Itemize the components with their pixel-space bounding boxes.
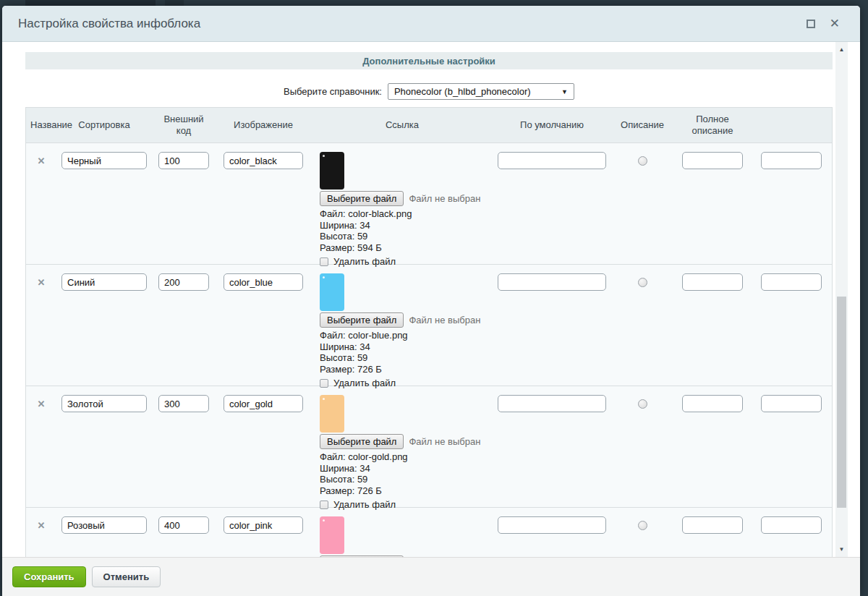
code-cell — [216, 265, 311, 388]
link-input[interactable] — [498, 395, 606, 412]
column-header: Сортировка — [56, 116, 152, 134]
maximize-icon[interactable] — [807, 20, 815, 28]
choose-file-button[interactable]: Выберите файл — [320, 434, 404, 449]
camera-dot-icon — [323, 398, 325, 400]
file-info: Файл: color-black.png Ширина: 34 Высота:… — [320, 208, 412, 253]
full-description-input[interactable] — [761, 273, 822, 291]
image-swatch — [320, 516, 344, 554]
dialog-titlebar: Настройка свойства инфоблока ✕ — [2, 6, 860, 42]
name-cell — [56, 265, 152, 388]
description-input[interactable] — [682, 273, 743, 291]
dialog-title: Настройка свойства инфоблока — [18, 17, 807, 31]
description-cell — [674, 143, 751, 267]
column-header: Полное описание — [674, 111, 751, 140]
no-file-label: Файл не выбран — [409, 193, 480, 204]
sort-input[interactable] — [158, 395, 209, 412]
sort-input[interactable] — [158, 273, 209, 291]
code-input[interactable] — [224, 395, 303, 412]
link-input[interactable] — [498, 273, 606, 291]
sort-cell — [152, 508, 216, 557]
file-size-line: Размер: 594 Б — [320, 242, 412, 254]
code-cell — [216, 386, 311, 510]
delete-row-icon[interactable]: ✕ — [38, 520, 46, 531]
file-name-line: Файл: color-gold.png — [320, 451, 408, 463]
file-input-row: Выберите файл Файл не выбран — [320, 434, 480, 449]
delete-row-cell: ✕ — [26, 508, 56, 557]
default-cell — [610, 265, 674, 388]
delete-row-icon[interactable]: ✕ — [38, 156, 46, 166]
description-cell — [674, 265, 751, 388]
column-header: Внешний код — [152, 111, 216, 140]
dialog-content: Дополнительные настройки Выберите справо… — [2, 42, 860, 557]
file-name-line: Файл: color-blue.png — [320, 330, 408, 341]
default-radio[interactable] — [638, 278, 647, 287]
default-radio[interactable] — [638, 399, 647, 409]
code-input[interactable] — [224, 273, 303, 291]
default-radio[interactable] — [638, 156, 647, 166]
name-cell — [56, 386, 152, 510]
column-header: Название — [26, 116, 56, 134]
image-swatch — [320, 152, 344, 190]
full-description-cell — [751, 143, 831, 267]
full-description-input[interactable] — [761, 152, 822, 169]
choose-file-button[interactable]: Выберите файл — [320, 312, 404, 328]
image-cell: Выберите файл Файл не выбран Файл: Ширин… — [311, 508, 493, 557]
table-row: ✕ Выберите файл Файл не выбран Файл: col… — [26, 386, 832, 507]
name-input[interactable] — [61, 516, 147, 534]
column-header: Описание — [610, 116, 674, 134]
default-radio[interactable] — [638, 521, 647, 530]
choose-file-button[interactable]: Выберите файл — [320, 555, 404, 557]
camera-dot-icon — [323, 276, 325, 278]
link-input[interactable] — [498, 152, 606, 169]
description-input[interactable] — [682, 152, 743, 169]
sort-input[interactable] — [158, 152, 209, 169]
table-row: ✕ Выберите файл Файл не выбран Файл: col… — [26, 264, 832, 386]
reference-select-value: Phonecolor (b_hlbd_phonecolor) — [394, 86, 561, 97]
table-body: ✕ Выберите файл Файл не выбран Файл: col… — [26, 142, 832, 557]
full-description-input[interactable] — [761, 395, 822, 412]
scroll-down-icon[interactable]: ▼ — [835, 543, 848, 555]
file-size-line: Размер: 726 Б — [320, 485, 408, 497]
image-cell: Выберите файл Файл не выбран Файл: color… — [311, 143, 493, 267]
name-input[interactable] — [61, 395, 147, 412]
code-input[interactable] — [224, 516, 303, 534]
file-width-line: Ширина: 34 — [320, 341, 408, 353]
table-row: ✕ Выберите файл Файл не выбран Файл: col… — [26, 142, 832, 264]
cancel-button[interactable]: Отменить — [92, 566, 161, 587]
file-height-line: Высота: 59 — [320, 352, 408, 364]
description-input[interactable] — [682, 516, 743, 534]
delete-row-cell: ✕ — [26, 386, 56, 510]
sort-input[interactable] — [158, 516, 209, 534]
delete-row-icon[interactable]: ✕ — [38, 277, 46, 288]
table-row: ✕ Выберите файл Файл не выбран Файл: Шир… — [26, 507, 832, 557]
sort-cell — [152, 265, 216, 388]
reference-select-row: Выберите справочник: Phonecolor (b_hlbd_… — [25, 83, 833, 100]
link-input[interactable] — [498, 516, 606, 534]
image-cell: Выберите файл Файл не выбран Файл: color… — [311, 265, 493, 388]
scrollbar-thumb[interactable] — [837, 297, 846, 508]
full-description-input[interactable] — [761, 516, 822, 534]
code-cell — [216, 143, 311, 267]
sort-cell — [152, 386, 216, 510]
name-input[interactable] — [61, 152, 147, 169]
image-swatch — [320, 395, 344, 433]
delete-row-cell: ✕ — [26, 265, 56, 388]
close-icon[interactable]: ✕ — [830, 17, 840, 30]
file-info: Файл: color-gold.png Ширина: 34 Высота: … — [320, 451, 408, 496]
choose-file-button[interactable]: Выберите файл — [320, 191, 404, 206]
file-width-line: Ширина: 34 — [320, 463, 408, 474]
image-swatch — [320, 273, 344, 311]
window-controls: ✕ — [807, 17, 844, 30]
delete-row-icon[interactable]: ✕ — [38, 399, 46, 409]
file-input-row: Выберите файл Файл не выбран — [320, 191, 480, 206]
no-file-label: Файл не выбран — [409, 436, 480, 447]
name-input[interactable] — [61, 273, 147, 291]
link-cell — [493, 508, 610, 557]
code-input[interactable] — [224, 152, 303, 169]
save-button[interactable]: Сохранить — [12, 566, 86, 587]
vertical-scrollbar[interactable]: ▲ ▼ — [835, 42, 848, 557]
description-input[interactable] — [682, 395, 743, 412]
scroll-up-icon[interactable]: ▲ — [835, 43, 848, 56]
default-cell — [610, 386, 674, 510]
reference-select[interactable]: Phonecolor (b_hlbd_phonecolor) ▼ — [388, 83, 574, 100]
